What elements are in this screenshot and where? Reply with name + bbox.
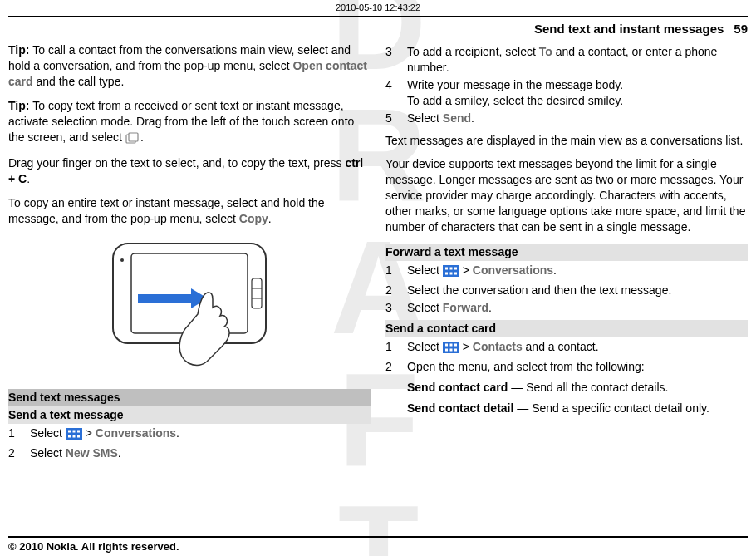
list-item: 1 Select > Contacts and a contact. (385, 339, 748, 357)
text: > (82, 426, 96, 440)
svg-rect-22 (449, 272, 452, 274)
footer-copyright: © 2010 Nokia. All rights reserved. (8, 536, 748, 554)
text: Select > Conversations. (30, 426, 179, 444)
tip-label: Tip: (8, 99, 32, 112)
heading-send-contact-card: Send a contact card (385, 320, 748, 337)
apps-grid-icon (443, 342, 459, 357)
svg-rect-29 (449, 349, 452, 352)
text: > (459, 263, 473, 277)
svg-rect-16 (77, 435, 80, 437)
list-item: 5 Select Send. (385, 111, 748, 126)
text: Select the conversation and then the tex… (407, 283, 671, 298)
tip-call-contact: Tip: To call a contact from the conversa… (8, 42, 371, 90)
step-number: 1 (385, 263, 397, 281)
step-number: 2 (385, 359, 397, 375)
text: Select (30, 446, 66, 460)
svg-rect-13 (77, 430, 80, 432)
text: Select (407, 111, 443, 125)
svg-rect-27 (454, 344, 457, 347)
new-sms-label: New SMS (66, 446, 118, 460)
svg-rect-25 (445, 344, 448, 347)
text: Select (407, 263, 443, 277)
step-number: 1 (385, 339, 397, 357)
text: Select (407, 301, 443, 314)
heading-send-text-messages: Send text messages (8, 389, 371, 406)
text: Select Send. (407, 111, 474, 126)
text: Write your message in the message body. … (407, 77, 623, 109)
text: > (459, 340, 473, 353)
svg-rect-10 (66, 428, 82, 440)
to-label: To (539, 45, 552, 58)
step-number: 2 (385, 283, 397, 298)
svg-rect-14 (68, 435, 71, 437)
send-label: Send (443, 111, 471, 125)
text: Select > Conversations. (407, 263, 557, 281)
svg-rect-26 (449, 344, 452, 347)
text: To copy text from a received or sent tex… (8, 99, 354, 144)
tip-label: Tip: (8, 43, 32, 57)
svg-rect-20 (454, 267, 457, 269)
text: — Send all the contact details. (511, 381, 668, 394)
list-item: 2 Open the menu, and select from the fol… (385, 359, 748, 375)
step-number: 3 (385, 300, 397, 316)
contact-card-options: Send contact card — Send all the contact… (407, 380, 748, 416)
text: To copy an entire text or instant messag… (8, 196, 325, 225)
step-number: 3 (385, 44, 397, 76)
device-illustration (8, 235, 371, 381)
text: To add a smiley, select the desired smil… (407, 94, 623, 107)
text: . (471, 111, 474, 125)
text: Write your message in the message body. (407, 78, 623, 91)
forward-steps: 1 Select > Conversations. 2 Select the c… (385, 263, 748, 316)
copy-label: Copy (239, 212, 268, 225)
step-number: 1 (8, 426, 20, 444)
step-number: 5 (385, 111, 397, 126)
conversations-label: Conversations (473, 263, 553, 277)
heading-send-a-text-message: Send a text message (8, 406, 371, 424)
text: Select > Contacts and a contact. (407, 339, 599, 357)
text: To add a recipient, select To and a cont… (407, 44, 748, 76)
heading-forward-text-message: Forward a text message (385, 244, 748, 261)
text: Select Forward. (407, 300, 492, 316)
text: Open the menu, and select from the follo… (407, 359, 645, 375)
long-message-note: Your device supports text messages beyon… (385, 156, 748, 234)
text: Select New SMS. (30, 445, 121, 461)
text: and a contact. (523, 340, 599, 353)
text: . (140, 130, 144, 144)
page-header: Send text and instant messages 59 (0, 17, 756, 42)
text: . (553, 263, 557, 277)
send-contact-card-label: Send contact card (407, 381, 511, 394)
header-title: Send text and instant messages (534, 21, 724, 37)
svg-rect-23 (454, 272, 457, 274)
svg-rect-1 (129, 133, 138, 141)
text: and the call type. (33, 75, 125, 88)
step-number: 4 (385, 77, 397, 109)
svg-rect-3 (131, 253, 248, 333)
text: To add a recipient, select (407, 45, 539, 58)
tip-copy-text: Tip: To copy text from a received or sen… (8, 98, 371, 148)
timestamp: 2010-05-10 12:43:22 (0, 0, 756, 16)
page-number: 59 (734, 21, 748, 37)
text: — Send a specific contact detail only. (517, 401, 709, 415)
svg-rect-21 (445, 272, 448, 274)
send-text-steps-right: 3 To add a recipient, select To and a co… (385, 44, 748, 125)
send-text-steps-left: 1 Select > Conversations. 2 Select New S… (8, 426, 371, 461)
send-contact-detail-label: Send contact detail (407, 401, 517, 415)
svg-rect-30 (454, 349, 457, 352)
text: Drag your finger on the text to select, … (8, 156, 345, 170)
svg-rect-17 (443, 265, 459, 277)
option-send-contact-card: Send contact card — Send all the contact… (407, 380, 748, 396)
svg-rect-11 (68, 430, 71, 432)
svg-rect-12 (72, 430, 75, 432)
text: . (268, 212, 272, 225)
svg-rect-18 (445, 267, 448, 269)
drag-select-text: Drag your finger on the text to select, … (8, 155, 371, 187)
copy-entire-message: To copy an entire text or instant messag… (8, 195, 371, 227)
contacts-label: Contacts (473, 340, 523, 353)
contact-card-steps: 1 Select > Contacts and a contact. 2 Ope… (385, 339, 748, 375)
list-item: 2 Select New SMS. (8, 445, 371, 461)
svg-rect-19 (449, 267, 452, 269)
conversations-label: Conversations (96, 426, 176, 440)
apps-grid-icon (66, 428, 82, 444)
copy-icon (125, 132, 140, 148)
forward-label: Forward (443, 301, 488, 314)
